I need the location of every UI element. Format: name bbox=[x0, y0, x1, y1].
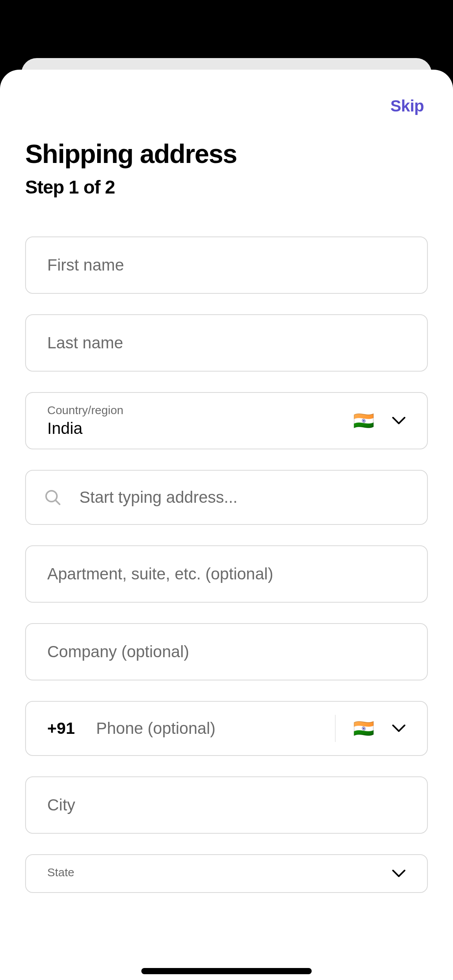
chevron-down-icon[interactable] bbox=[392, 721, 406, 735]
state-label: State bbox=[47, 866, 392, 879]
apartment-input[interactable] bbox=[26, 546, 427, 602]
page-title: Shipping address bbox=[25, 139, 428, 169]
phone-prefix: +91 bbox=[47, 719, 75, 738]
modal-sheet: Skip Shipping address Step 1 of 2 Countr… bbox=[0, 70, 453, 980]
address-search-field bbox=[25, 470, 428, 525]
country-value: India bbox=[47, 419, 353, 438]
step-indicator: Step 1 of 2 bbox=[25, 176, 428, 198]
country-select[interactable]: Country/region India 🇮🇳 bbox=[25, 392, 428, 449]
skip-button[interactable]: Skip bbox=[390, 97, 424, 115]
search-icon bbox=[45, 489, 61, 505]
apartment-field bbox=[25, 545, 428, 603]
state-select[interactable]: State bbox=[25, 854, 428, 893]
svg-line-1 bbox=[56, 500, 60, 504]
address-search-input[interactable] bbox=[79, 488, 406, 507]
country-select-content: Country/region India bbox=[47, 404, 353, 438]
city-input[interactable] bbox=[26, 777, 427, 833]
chevron-down-icon bbox=[392, 867, 406, 881]
phone-input[interactable] bbox=[96, 719, 335, 738]
phone-flag-icon: 🇮🇳 bbox=[353, 718, 374, 738]
company-input[interactable] bbox=[26, 624, 427, 680]
phone-divider bbox=[335, 715, 336, 742]
state-select-content: State bbox=[47, 866, 392, 881]
phone-field: +91 🇮🇳 bbox=[25, 701, 428, 756]
last-name-input[interactable] bbox=[26, 315, 427, 371]
company-field bbox=[25, 623, 428, 680]
first-name-input[interactable] bbox=[26, 237, 427, 293]
country-label: Country/region bbox=[47, 404, 353, 417]
city-field bbox=[25, 776, 428, 834]
first-name-field bbox=[25, 236, 428, 294]
last-name-field bbox=[25, 314, 428, 372]
chevron-down-icon bbox=[392, 414, 406, 428]
country-flag-icon: 🇮🇳 bbox=[353, 411, 374, 431]
home-indicator[interactable] bbox=[141, 968, 312, 974]
header-actions: Skip bbox=[25, 70, 428, 139]
